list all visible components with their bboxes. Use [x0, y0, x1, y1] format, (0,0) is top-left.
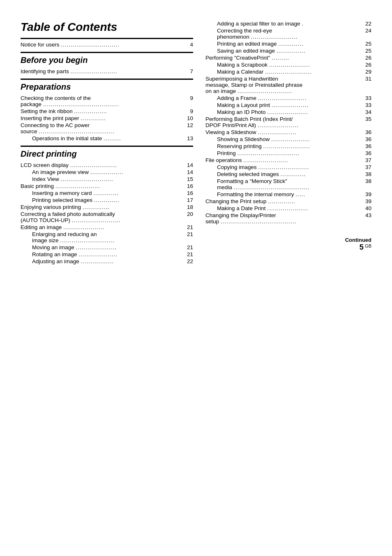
toc-entry-notice: Notice for users .......................…: [21, 42, 193, 48]
entry-page: 31: [363, 76, 371, 94]
entry-page: 29: [363, 69, 371, 75]
entry-page: 36: [363, 136, 371, 142]
toc-title: Table of Contents: [21, 21, 193, 34]
entry-label: Enlarging and reducing animage size ....…: [32, 231, 185, 243]
toc-entry-special-filter: Adding a special filter to an image . 22: [205, 21, 371, 27]
entry-page: 16: [185, 190, 193, 196]
entry-label: Changing the Display/Printersetup ......…: [205, 212, 363, 225]
toc-entry-ac-power: Connecting to the AC powersource .......…: [21, 122, 193, 134]
entry-page: 7: [185, 68, 193, 74]
entry-label: Changing the Print setup ..............: [205, 198, 363, 204]
left-column: Table of Contents Notice for users .....…: [21, 16, 193, 265]
toc-entry-viewing-slideshow: Viewing a Slideshow ....................…: [205, 129, 371, 135]
entry-page: 33: [363, 95, 371, 101]
entry-page: 33: [363, 102, 371, 108]
entry-label: Making a Calendar ......................…: [217, 69, 363, 75]
entry-page: 18: [185, 204, 193, 210]
entry-page: 43: [363, 212, 371, 225]
toc-entry-editing: Editing an image ..................... 2…: [21, 224, 193, 230]
entry-label: Checking the contents of thepackage ....…: [21, 95, 185, 107]
section-title-preparations: Preparations: [21, 82, 193, 92]
section-title-before-you-begin: Before you begin: [21, 56, 193, 65]
toc-entry-formatting-internal: Formatting the internal memory ..... 39: [205, 191, 371, 197]
toc-entry-display-printer-setup: Changing the Display/Printersetup ......…: [205, 212, 371, 225]
toc-entry-frame: Adding a Frame .........................…: [205, 95, 371, 101]
entry-label: Index View ...........................: [32, 176, 185, 182]
section-title-direct-printing: Direct printing: [21, 149, 193, 159]
section-divider-top: [21, 38, 193, 39]
entry-label: Making an ID Photo .....................: [217, 109, 363, 115]
entry-page: 4: [185, 42, 193, 48]
toc-entry-memory-card: Inserting a memory card ............. 16: [21, 190, 193, 196]
entry-label: File operations .......................: [205, 157, 363, 163]
toc-entry-reserving-printing: Reserving printing .....................…: [205, 143, 371, 149]
entry-label: Basic printing .......................: [21, 183, 185, 189]
toc-entry-checking: Checking the contents of thepackage ....…: [21, 95, 193, 107]
entry-page: 25: [363, 41, 371, 47]
entry-label: Correcting the red-eyephenomenon .......…: [217, 28, 363, 40]
entry-page: 38: [363, 171, 371, 177]
right-column: Adding a special filter to an image . 22…: [205, 16, 371, 265]
page-number: 5 GB: [205, 243, 371, 252]
entry-page: 26: [363, 62, 371, 68]
toc-entry-printing-edited: Printing an edited image ............. 2…: [205, 41, 371, 47]
toc-entry-calendar: Making a Calendar ......................…: [205, 69, 371, 75]
toc-entry-ink-ribbon: Setting the ink ribbon .................…: [21, 108, 193, 114]
entry-label: Reserving printing .....................…: [217, 143, 363, 149]
section-divider-direct-printing: [21, 146, 193, 147]
entry-label: Inserting the print paper .............: [21, 115, 185, 121]
entry-page: 16: [185, 183, 193, 189]
toc-entry-superimposing: Superimposing a Handwrittenmessage, Stam…: [205, 76, 371, 94]
entry-page: 9: [185, 108, 193, 114]
entry-label: Adjusting an image .................: [32, 258, 185, 264]
entry-label: Printing ...............................…: [217, 150, 363, 156]
entry-page: 40: [363, 205, 371, 211]
toc-entry-basic-printing: Basic printing ....................... 1…: [21, 183, 193, 189]
entry-page: 21: [185, 231, 193, 243]
entry-page: 17: [185, 197, 193, 203]
toc-entry-scrapbook: Making a Scrapbook .....................…: [205, 62, 371, 68]
section-divider-preparations: [21, 79, 193, 80]
gb-label: GB: [365, 243, 371, 248]
toc-entry-batch-print: Performing Batch Print (Index Print/DPOF…: [205, 116, 371, 128]
entry-page: 12: [185, 122, 193, 134]
page-num: 5: [360, 243, 364, 251]
toc-entry-printing: Printing ...............................…: [205, 150, 371, 156]
entry-label: Formatting a "Memory Stick"media .......…: [217, 178, 363, 190]
entry-label: Operations in the initial state ........…: [32, 135, 185, 141]
entry-page: 15: [185, 176, 193, 182]
toc-entry-memory-stick: Formatting a "Memory Stick"media .......…: [205, 178, 371, 190]
entry-page: 35: [363, 116, 371, 128]
entry-page: 13: [185, 135, 193, 141]
entry-label: Enjoying various printing ..............: [21, 204, 185, 210]
toc-entry-layout-print: Making a Layout print ..................…: [205, 102, 371, 108]
entry-page: 34: [363, 109, 371, 115]
entry-label: An image preview view .................: [32, 169, 185, 175]
entry-label: Adding a special filter to an image .: [217, 21, 363, 27]
toc-entry-id-photo: Making an ID Photo .....................…: [205, 109, 371, 115]
entry-label: Identifying the parts ..................…: [21, 68, 185, 74]
entry-page: 39: [363, 191, 371, 197]
entry-page: 21: [185, 224, 193, 230]
entry-page: 36: [363, 143, 371, 149]
toc-entry-various-printing: Enjoying various printing ..............…: [21, 204, 193, 210]
toc-entry-creative-print: Performing "CreativePrint" ......... 26: [205, 55, 371, 61]
entry-page: 38: [363, 178, 371, 190]
entry-label: Printing selected images .............: [32, 197, 185, 203]
entry-label: Editing an image .....................: [21, 224, 185, 230]
toc-entry-index-view: Index View ........................... 1…: [21, 176, 193, 182]
entry-page: 14: [185, 162, 193, 168]
entry-page: 36: [363, 129, 371, 135]
toc-entry-adjusting: Adjusting an image ................. 22: [21, 258, 193, 264]
toc-entry-moving: Moving an image ..................... 21: [21, 244, 193, 250]
entry-label: Moving an image .....................: [32, 244, 185, 250]
toc-entry-deleting: Deleting selected images ............. 3…: [205, 171, 371, 177]
entry-page: 24: [363, 28, 371, 40]
entry-page: 26: [363, 55, 371, 61]
toc-entry-date-print: Making a Date Print ....................…: [205, 205, 371, 211]
entry-label: Performing "CreativePrint" .........: [205, 55, 363, 61]
continued-label: Continued: [205, 237, 371, 243]
entry-label: Correcting a failed photo automatically(…: [21, 211, 185, 223]
entry-label: LCD screen display .....................…: [21, 162, 185, 168]
entry-label: Notice for users .......................…: [21, 42, 185, 48]
